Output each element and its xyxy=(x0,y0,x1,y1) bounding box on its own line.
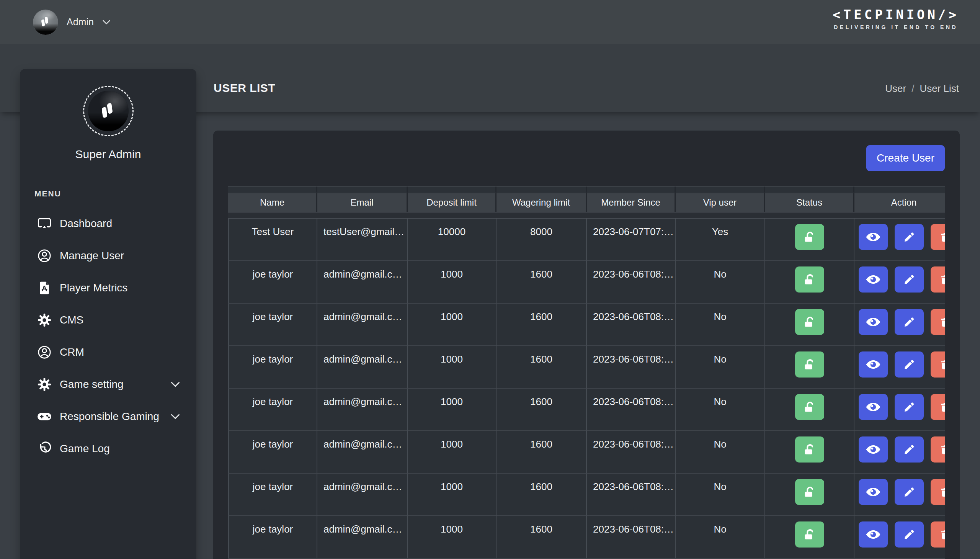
cell-status xyxy=(765,261,854,304)
cell-status xyxy=(765,516,854,559)
cell-member-since: 2023-06-06T08:… xyxy=(587,389,676,431)
cell-deposit-limit: 1000 xyxy=(408,431,496,474)
sidebar-profile: Super Admin xyxy=(20,69,197,161)
table-row: Test UsertestUser@gmail…1000080002023-06… xyxy=(228,218,945,261)
sidebar-item-label: Dashboard xyxy=(60,217,112,230)
cell-member-since: 2023-06-06T08:… xyxy=(587,346,676,389)
cell-email: admin@gmail.c… xyxy=(317,389,408,431)
cell-actions xyxy=(854,346,945,389)
cell-wagering-limit: 1600 xyxy=(496,516,587,559)
delete-user-button[interactable] xyxy=(930,394,945,420)
cell-name: joe taylor xyxy=(228,389,317,431)
view-user-button[interactable] xyxy=(859,309,888,335)
status-unlock-button[interactable] xyxy=(795,479,824,505)
edit-user-button[interactable] xyxy=(895,437,924,463)
edit-user-button[interactable] xyxy=(895,479,924,505)
column-header-wagering-limit: Wagering limit xyxy=(496,193,587,212)
view-user-button[interactable] xyxy=(859,479,888,505)
breadcrumb-current[interactable]: User List xyxy=(919,83,959,94)
edit-user-button[interactable] xyxy=(895,521,924,547)
view-user-button[interactable] xyxy=(859,351,888,377)
topbar: Admin <TECPINION/> DELIVERING IT END TO … xyxy=(0,0,980,44)
breadcrumb-separator: / xyxy=(911,83,914,94)
delete-user-button[interactable] xyxy=(930,309,945,335)
sidebar-item-responsible-gaming[interactable]: Responsible Gaming xyxy=(20,400,197,433)
view-user-button[interactable] xyxy=(859,521,888,547)
status-unlock-button[interactable] xyxy=(795,224,824,250)
delete-user-button[interactable] xyxy=(930,351,945,377)
sidebar-item-dashboard[interactable]: Dashboard xyxy=(20,208,197,240)
cell-actions xyxy=(854,389,945,431)
user-table: NameEmailDeposit limitWagering limitMemb… xyxy=(228,186,945,559)
sidebar-item-cms[interactable]: CMS xyxy=(20,304,197,336)
column-header-name: Name xyxy=(228,193,317,212)
gamepad-icon xyxy=(37,409,52,424)
cell-name: joe taylor xyxy=(228,304,317,346)
edit-user-button[interactable] xyxy=(895,394,924,420)
cell-email: admin@gmail.c… xyxy=(317,261,408,304)
cell-status xyxy=(765,218,854,261)
delete-user-button[interactable] xyxy=(930,266,945,293)
sidebar-item-label: CRM xyxy=(60,346,84,358)
user-list-card: Create User NameEmailDeposit limitWageri… xyxy=(213,131,960,559)
user-table-container: NameEmailDeposit limitWagering limitMemb… xyxy=(228,186,945,559)
breadcrumb-parent[interactable]: User xyxy=(885,83,906,94)
table-row: joe tayloradmin@gmail.c…100016002023-06-… xyxy=(228,474,945,516)
cell-deposit-limit: 10000 xyxy=(408,218,496,261)
profile-avatar[interactable] xyxy=(88,91,129,131)
view-user-button[interactable] xyxy=(859,394,888,420)
chevron-down-icon xyxy=(170,381,180,387)
brand-tagline: DELIVERING IT END TO END xyxy=(833,24,959,30)
edit-user-button[interactable] xyxy=(895,351,924,377)
status-unlock-button[interactable] xyxy=(795,394,824,420)
delete-user-button[interactable] xyxy=(930,437,945,463)
cell-vip-user: Yes xyxy=(676,218,765,261)
status-unlock-button[interactable] xyxy=(795,437,824,463)
sidebar-item-label: CMS xyxy=(60,314,83,326)
delete-user-button[interactable] xyxy=(930,521,945,547)
sidebar-item-crm[interactable]: CRM xyxy=(20,336,197,368)
chevron-down-icon xyxy=(102,20,111,25)
history-icon xyxy=(37,441,52,456)
cell-wagering-limit: 1600 xyxy=(496,261,587,304)
account-menu-button[interactable]: Admin xyxy=(33,0,111,44)
status-unlock-button[interactable] xyxy=(795,521,824,547)
chevron-down-icon xyxy=(170,413,180,420)
table-row: joe tayloradmin@gmail.c…100016002023-06-… xyxy=(228,431,945,474)
breadcrumb: User / User List xyxy=(885,83,959,94)
view-user-button[interactable] xyxy=(859,266,888,293)
cell-member-since: 2023-06-06T08:… xyxy=(587,304,676,346)
account-label: Admin xyxy=(67,17,94,28)
column-header-email: Email xyxy=(317,193,408,212)
cell-name: joe taylor xyxy=(228,261,317,304)
view-user-button[interactable] xyxy=(859,224,888,250)
edit-user-button[interactable] xyxy=(895,309,924,335)
cell-wagering-limit: 8000 xyxy=(496,218,587,261)
cell-name: joe taylor xyxy=(228,431,317,474)
cell-deposit-limit: 1000 xyxy=(408,261,496,304)
view-user-button[interactable] xyxy=(859,437,888,463)
cell-deposit-limit: 1000 xyxy=(408,474,496,516)
delete-user-button[interactable] xyxy=(930,479,945,505)
sidebar-item-game-setting[interactable]: Game setting xyxy=(20,368,197,400)
sidebar-item-game-log[interactable]: Game Log xyxy=(20,433,197,465)
sidebar-item-label: Responsible Gaming xyxy=(60,410,159,423)
status-unlock-button[interactable] xyxy=(795,351,824,377)
column-header-vip-user: Vip user xyxy=(676,193,765,212)
sidebar-item-manage-user[interactable]: Manage User xyxy=(20,240,197,272)
table-row: joe tayloradmin@gmail.c…100016002023-06-… xyxy=(228,389,945,431)
user-circle-icon xyxy=(37,248,52,263)
cell-name: joe taylor xyxy=(228,474,317,516)
create-user-button[interactable]: Create User xyxy=(866,145,945,171)
brand-logo-text: <TECPINION/> xyxy=(833,7,959,22)
edit-user-button[interactable] xyxy=(895,224,924,250)
edit-user-button[interactable] xyxy=(895,266,924,293)
status-unlock-button[interactable] xyxy=(795,309,824,335)
cell-member-since: 2023-06-06T08:… xyxy=(587,516,676,559)
cell-deposit-limit: 1000 xyxy=(408,389,496,431)
sidebar-item-player-metrics[interactable]: Player Metrics xyxy=(20,272,197,304)
status-unlock-button[interactable] xyxy=(795,266,824,293)
delete-user-button[interactable] xyxy=(930,224,945,250)
cell-status xyxy=(765,304,854,346)
gear-icon xyxy=(37,313,52,328)
